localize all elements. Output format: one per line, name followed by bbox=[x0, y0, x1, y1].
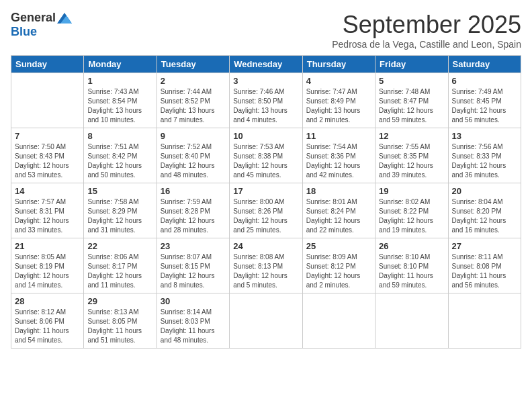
day-info: Sunrise: 7:48 AM Sunset: 8:47 PM Dayligh… bbox=[379, 87, 444, 125]
day-info: Sunrise: 8:14 AM Sunset: 8:03 PM Dayligh… bbox=[161, 308, 226, 345]
day-number: 21 bbox=[15, 241, 80, 251]
day-number: 7 bbox=[15, 131, 80, 141]
calendar-cell: 4Sunrise: 7:47 AM Sunset: 8:49 PM Daylig… bbox=[302, 73, 375, 128]
calendar-cell bbox=[448, 293, 521, 349]
weekday-header-sunday: Sunday bbox=[11, 56, 84, 73]
location-subtitle: Pedrosa de la Vega, Castille and Leon, S… bbox=[332, 39, 521, 50]
calendar-cell: 16Sunrise: 7:59 AM Sunset: 8:28 PM Dayli… bbox=[157, 183, 229, 238]
weekday-header-thursday: Thursday bbox=[302, 56, 375, 73]
day-number: 3 bbox=[233, 76, 298, 86]
day-info: Sunrise: 8:11 AM Sunset: 8:08 PM Dayligh… bbox=[452, 253, 517, 290]
day-info: Sunrise: 7:54 AM Sunset: 8:36 PM Dayligh… bbox=[306, 142, 371, 180]
day-info: Sunrise: 8:13 AM Sunset: 8:05 PM Dayligh… bbox=[87, 308, 152, 345]
day-info: Sunrise: 8:08 AM Sunset: 8:13 PM Dayligh… bbox=[233, 253, 298, 290]
logo-general-text: General bbox=[11, 11, 56, 25]
day-number: 6 bbox=[452, 76, 517, 86]
calendar-cell bbox=[375, 293, 448, 349]
day-number: 11 bbox=[306, 131, 371, 141]
day-number: 15 bbox=[87, 186, 152, 196]
calendar-cell: 21Sunrise: 8:05 AM Sunset: 8:19 PM Dayli… bbox=[11, 238, 84, 293]
day-info: Sunrise: 7:44 AM Sunset: 8:52 PM Dayligh… bbox=[161, 87, 226, 125]
calendar-cell: 20Sunrise: 8:04 AM Sunset: 8:20 PM Dayli… bbox=[448, 183, 521, 238]
day-number: 9 bbox=[161, 131, 226, 141]
weekday-header-friday: Friday bbox=[375, 56, 448, 73]
day-number: 14 bbox=[15, 186, 80, 196]
calendar-cell bbox=[302, 293, 375, 349]
calendar-cell: 29Sunrise: 8:13 AM Sunset: 8:05 PM Dayli… bbox=[84, 293, 157, 349]
calendar-cell: 14Sunrise: 7:57 AM Sunset: 8:31 PM Dayli… bbox=[11, 183, 84, 238]
day-info: Sunrise: 7:53 AM Sunset: 8:38 PM Dayligh… bbox=[233, 142, 298, 180]
calendar-cell bbox=[230, 293, 302, 349]
calendar-cell: 22Sunrise: 8:06 AM Sunset: 8:17 PM Dayli… bbox=[84, 238, 157, 293]
calendar-cell: 15Sunrise: 7:58 AM Sunset: 8:29 PM Dayli… bbox=[84, 183, 157, 238]
day-info: Sunrise: 8:04 AM Sunset: 8:20 PM Dayligh… bbox=[452, 197, 517, 235]
day-info: Sunrise: 8:07 AM Sunset: 8:15 PM Dayligh… bbox=[161, 253, 226, 290]
calendar-cell: 3Sunrise: 7:46 AM Sunset: 8:50 PM Daylig… bbox=[230, 73, 302, 128]
calendar-cell: 19Sunrise: 8:02 AM Sunset: 8:22 PM Dayli… bbox=[375, 183, 448, 238]
day-number: 4 bbox=[306, 76, 371, 86]
calendar-cell: 26Sunrise: 8:10 AM Sunset: 8:10 PM Dayli… bbox=[375, 238, 448, 293]
calendar-cell: 2Sunrise: 7:44 AM Sunset: 8:52 PM Daylig… bbox=[157, 73, 229, 128]
logo-blue-text: Blue bbox=[11, 25, 37, 39]
calendar-cell: 6Sunrise: 7:49 AM Sunset: 8:45 PM Daylig… bbox=[448, 73, 521, 128]
calendar-cell: 25Sunrise: 8:09 AM Sunset: 8:12 PM Dayli… bbox=[302, 238, 375, 293]
day-number: 2 bbox=[161, 76, 226, 86]
day-number: 20 bbox=[452, 186, 517, 196]
day-info: Sunrise: 7:50 AM Sunset: 8:43 PM Dayligh… bbox=[15, 142, 80, 180]
day-info: Sunrise: 7:56 AM Sunset: 8:33 PM Dayligh… bbox=[452, 142, 517, 180]
weekday-header-row: SundayMondayTuesdayWednesdayThursdayFrid… bbox=[11, 56, 521, 73]
day-number: 17 bbox=[233, 186, 298, 196]
day-number: 22 bbox=[87, 241, 152, 251]
calendar-cell: 8Sunrise: 7:51 AM Sunset: 8:42 PM Daylig… bbox=[84, 128, 157, 183]
calendar-cell: 12Sunrise: 7:55 AM Sunset: 8:35 PM Dayli… bbox=[375, 128, 448, 183]
logo-icon bbox=[57, 13, 72, 24]
calendar-cell: 5Sunrise: 7:48 AM Sunset: 8:47 PM Daylig… bbox=[375, 73, 448, 128]
calendar-cell: 18Sunrise: 8:01 AM Sunset: 8:24 PM Dayli… bbox=[302, 183, 375, 238]
calendar-cell: 1Sunrise: 7:43 AM Sunset: 8:54 PM Daylig… bbox=[84, 73, 157, 128]
calendar-week-4: 21Sunrise: 8:05 AM Sunset: 8:19 PM Dayli… bbox=[11, 238, 521, 293]
day-number: 12 bbox=[379, 131, 444, 141]
day-number: 25 bbox=[306, 241, 371, 251]
day-number: 18 bbox=[306, 186, 371, 196]
day-info: Sunrise: 7:58 AM Sunset: 8:29 PM Dayligh… bbox=[87, 197, 152, 235]
calendar-week-1: 1Sunrise: 7:43 AM Sunset: 8:54 PM Daylig… bbox=[11, 73, 521, 128]
weekday-header-tuesday: Tuesday bbox=[157, 56, 229, 73]
day-info: Sunrise: 7:52 AM Sunset: 8:40 PM Dayligh… bbox=[161, 142, 226, 180]
weekday-header-wednesday: Wednesday bbox=[230, 56, 302, 73]
day-number: 13 bbox=[452, 131, 517, 141]
day-info: Sunrise: 7:55 AM Sunset: 8:35 PM Dayligh… bbox=[379, 142, 444, 180]
calendar-table: SundayMondayTuesdayWednesdayThursdayFrid… bbox=[11, 55, 521, 349]
day-info: Sunrise: 7:49 AM Sunset: 8:45 PM Dayligh… bbox=[452, 87, 517, 125]
day-number: 27 bbox=[452, 241, 517, 251]
calendar-cell: 9Sunrise: 7:52 AM Sunset: 8:40 PM Daylig… bbox=[157, 128, 229, 183]
day-info: Sunrise: 8:00 AM Sunset: 8:26 PM Dayligh… bbox=[233, 197, 298, 235]
day-info: Sunrise: 8:02 AM Sunset: 8:22 PM Dayligh… bbox=[379, 197, 444, 235]
calendar-cell: 10Sunrise: 7:53 AM Sunset: 8:38 PM Dayli… bbox=[230, 128, 302, 183]
calendar-cell: 7Sunrise: 7:50 AM Sunset: 8:43 PM Daylig… bbox=[11, 128, 84, 183]
day-number: 28 bbox=[15, 296, 80, 306]
calendar-cell: 11Sunrise: 7:54 AM Sunset: 8:36 PM Dayli… bbox=[302, 128, 375, 183]
day-number: 23 bbox=[161, 241, 226, 251]
day-info: Sunrise: 7:43 AM Sunset: 8:54 PM Dayligh… bbox=[87, 87, 152, 125]
calendar-cell: 24Sunrise: 8:08 AM Sunset: 8:13 PM Dayli… bbox=[230, 238, 302, 293]
day-info: Sunrise: 8:09 AM Sunset: 8:12 PM Dayligh… bbox=[306, 253, 371, 290]
calendar-week-3: 14Sunrise: 7:57 AM Sunset: 8:31 PM Dayli… bbox=[11, 183, 521, 238]
day-info: Sunrise: 8:10 AM Sunset: 8:10 PM Dayligh… bbox=[379, 253, 444, 290]
day-number: 24 bbox=[233, 241, 298, 251]
day-info: Sunrise: 7:59 AM Sunset: 8:28 PM Dayligh… bbox=[161, 197, 226, 235]
day-info: Sunrise: 7:47 AM Sunset: 8:49 PM Dayligh… bbox=[306, 87, 371, 125]
day-number: 16 bbox=[161, 186, 226, 196]
page-header: General Blue September 2025 Pedrosa de l… bbox=[11, 11, 521, 50]
calendar-cell: 23Sunrise: 8:07 AM Sunset: 8:15 PM Dayli… bbox=[157, 238, 229, 293]
logo: General Blue bbox=[11, 11, 72, 39]
calendar-cell bbox=[11, 73, 84, 128]
day-number: 10 bbox=[233, 131, 298, 141]
day-number: 8 bbox=[87, 131, 152, 141]
calendar-cell: 28Sunrise: 8:12 AM Sunset: 8:06 PM Dayli… bbox=[11, 293, 84, 349]
day-number: 30 bbox=[161, 296, 226, 306]
day-number: 29 bbox=[87, 296, 152, 306]
day-info: Sunrise: 8:12 AM Sunset: 8:06 PM Dayligh… bbox=[15, 308, 80, 345]
calendar-cell: 30Sunrise: 8:14 AM Sunset: 8:03 PM Dayli… bbox=[157, 293, 229, 349]
day-number: 5 bbox=[379, 76, 444, 86]
weekday-header-monday: Monday bbox=[84, 56, 157, 73]
